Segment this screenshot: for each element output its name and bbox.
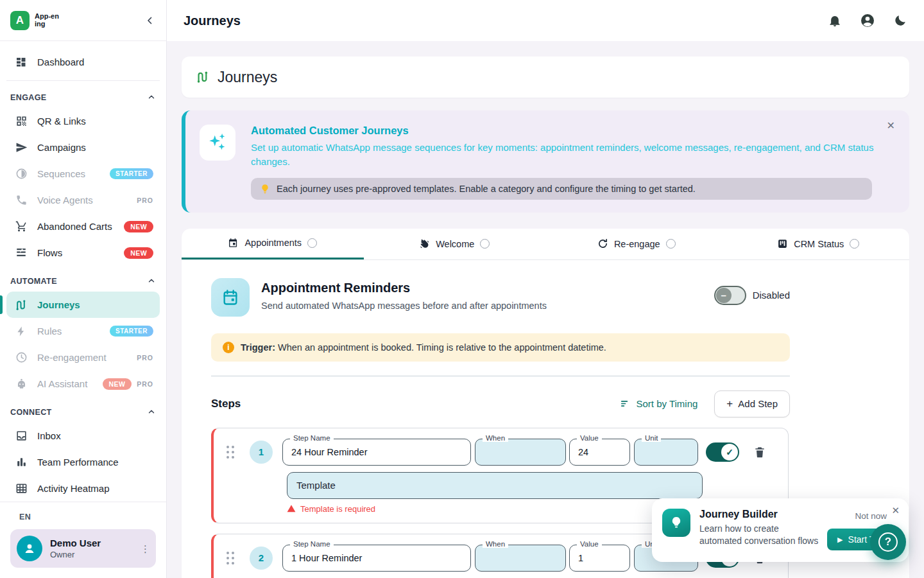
starter-badge: STARTER bbox=[110, 168, 153, 179]
account-icon[interactable] bbox=[860, 13, 875, 28]
sidebar-item-label: Campaigns bbox=[37, 142, 86, 153]
sort-by-timing-button[interactable]: Sort by Timing bbox=[620, 398, 697, 409]
sidebar-nav: Dashboard ENGAGE QR & Links Campaigns Se… bbox=[0, 41, 166, 502]
calendar-icon bbox=[228, 238, 239, 249]
sidebar-logo-row: A App-ening bbox=[0, 0, 166, 41]
app-root: A App-ening Dashboard ENGAGE QR & Links bbox=[0, 0, 924, 578]
tab-status-circle[interactable] bbox=[480, 239, 490, 249]
section-automate[interactable]: AUTOMATE bbox=[10, 272, 156, 290]
category-title: Appointment Reminders bbox=[261, 281, 547, 295]
sidebar-item-sequences[interactable]: Sequences STARTER bbox=[6, 161, 160, 187]
not-now-button[interactable]: Not now bbox=[855, 511, 887, 521]
ai-robot-icon bbox=[14, 377, 28, 391]
sidebar-item-qr-links[interactable]: QR & Links bbox=[6, 108, 160, 134]
sidebar-footer: EN Demo User Owner ⋮ bbox=[0, 502, 166, 578]
value-field: Value bbox=[569, 439, 630, 466]
chevron-up-icon bbox=[147, 92, 156, 103]
step-name-input[interactable] bbox=[283, 439, 470, 465]
cart-icon bbox=[14, 220, 28, 234]
tab-appointments[interactable]: Appointments bbox=[182, 229, 364, 259]
value-input[interactable] bbox=[570, 439, 629, 465]
main-area: Journeys Journeys ✕ bbox=[167, 0, 924, 578]
step-name-input[interactable] bbox=[283, 545, 470, 571]
section-connect[interactable]: CONNECT bbox=[10, 403, 156, 421]
category-description: Send automated WhatsApp messages before … bbox=[261, 301, 547, 311]
tab-status-circle[interactable] bbox=[307, 238, 317, 248]
sidebar-item-flows[interactable]: Flows NEW bbox=[6, 240, 160, 266]
add-step-button[interactable]: + Add Step bbox=[714, 390, 790, 417]
dark-mode-moon-icon[interactable] bbox=[893, 13, 907, 28]
sidebar-item-label: Dashboard bbox=[37, 57, 84, 67]
info-icon: i bbox=[223, 342, 234, 353]
steps-title: Steps bbox=[211, 398, 241, 410]
page-header-card: Journeys bbox=[182, 57, 909, 98]
question-mark-icon: ? bbox=[878, 532, 898, 552]
starter-badge: STARTER bbox=[110, 326, 153, 337]
category-toggle[interactable]: – bbox=[714, 286, 746, 305]
template-select[interactable]: Template bbox=[287, 472, 703, 499]
user-menu-icon[interactable]: ⋮ bbox=[141, 547, 150, 550]
clock-icon bbox=[14, 351, 28, 365]
sidebar-item-abandoned-carts[interactable]: Abandoned Carts NEW bbox=[6, 213, 160, 240]
popup-close-icon[interactable]: ✕ bbox=[891, 505, 900, 516]
step-number: 2 bbox=[250, 547, 273, 570]
page-title: Journeys bbox=[218, 69, 277, 86]
chevron-up-icon bbox=[147, 407, 156, 418]
sidebar-collapse-icon[interactable] bbox=[144, 15, 156, 26]
tab-crm-status[interactable]: CRM Status bbox=[728, 229, 910, 259]
notifications-bell-icon[interactable] bbox=[828, 13, 842, 28]
help-button[interactable]: ? bbox=[870, 524, 906, 560]
delete-step-icon[interactable] bbox=[753, 446, 766, 459]
sidebar-item-label: Flows bbox=[37, 247, 62, 258]
popup-title: Journey Builder bbox=[699, 509, 827, 520]
banner-close-icon[interactable]: ✕ bbox=[887, 119, 895, 132]
sidebar-item-ai-assistant[interactable]: AI Assistant NEW PRO bbox=[6, 371, 160, 397]
step-enabled-toggle[interactable]: ✓ bbox=[706, 442, 739, 462]
sidebar-item-rules[interactable]: Rules STARTER bbox=[6, 318, 160, 344]
sidebar-item-dashboard[interactable]: Dashboard bbox=[6, 49, 160, 75]
warning-triangle-icon bbox=[287, 504, 296, 513]
trigger-text: When an appointment is booked. Timing is… bbox=[278, 342, 606, 353]
tab-status-circle[interactable] bbox=[850, 239, 859, 249]
sidebar-item-journeys[interactable]: Journeys bbox=[6, 292, 160, 318]
topbar: Journeys bbox=[167, 0, 924, 41]
sidebar-item-inbox[interactable]: Inbox bbox=[6, 423, 160, 449]
when-select[interactable]: When bbox=[475, 545, 566, 572]
divider bbox=[211, 376, 790, 376]
step-number: 1 bbox=[250, 441, 273, 464]
sidebar-item-re-engagement[interactable]: Re-engagement PRO bbox=[6, 344, 160, 371]
when-select[interactable]: When bbox=[475, 439, 566, 466]
sidebar-item-team-performance[interactable]: Team Performance bbox=[6, 449, 160, 475]
half-circle-icon bbox=[14, 167, 28, 181]
popup-subtitle: Learn how to create automated conversati… bbox=[699, 523, 821, 547]
language-selector[interactable]: EN bbox=[10, 511, 156, 529]
sidebar-item-label: Abandoned Carts bbox=[37, 221, 112, 232]
tab-welcome[interactable]: Welcome bbox=[364, 229, 546, 259]
sidebar-item-label: Journeys bbox=[37, 299, 80, 310]
sidebar-item-voice-agents[interactable]: Voice Agents PRO bbox=[6, 187, 160, 213]
banner-tip: Each journey uses pre-approved templates… bbox=[251, 178, 872, 200]
active-indicator bbox=[0, 295, 3, 314]
lightbulb-icon bbox=[662, 509, 690, 537]
pro-badge: PRO bbox=[137, 354, 153, 362]
sidebar-item-label: Re-engagement bbox=[37, 352, 107, 363]
sidebar-item-activity-heatmap[interactable]: Activity Heatmap bbox=[6, 475, 160, 502]
section-engage[interactable]: ENGAGE bbox=[10, 89, 156, 107]
tab-re-engage[interactable]: Re-engage bbox=[545, 229, 728, 259]
plus-icon: + bbox=[726, 398, 733, 410]
tab-status-circle[interactable] bbox=[666, 239, 676, 249]
value-field: Value bbox=[569, 545, 630, 572]
new-badge: NEW bbox=[124, 221, 153, 232]
user-card[interactable]: Demo User Owner ⋮ bbox=[10, 529, 156, 568]
unit-select[interactable]: Unit bbox=[634, 439, 698, 466]
trigger-info-box: i Trigger: When an appointment is booked… bbox=[211, 333, 790, 362]
send-icon bbox=[14, 141, 28, 155]
toggle-thumb-check: ✓ bbox=[721, 444, 738, 460]
drag-handle-icon[interactable] bbox=[227, 552, 234, 565]
sidebar-item-campaigns[interactable]: Campaigns bbox=[6, 134, 160, 161]
dashboard-icon bbox=[14, 55, 28, 69]
refresh-icon bbox=[597, 238, 608, 249]
drag-handle-icon[interactable] bbox=[227, 446, 234, 459]
sidebar-item-label: Activity Heatmap bbox=[37, 483, 110, 494]
value-input[interactable] bbox=[570, 545, 629, 571]
